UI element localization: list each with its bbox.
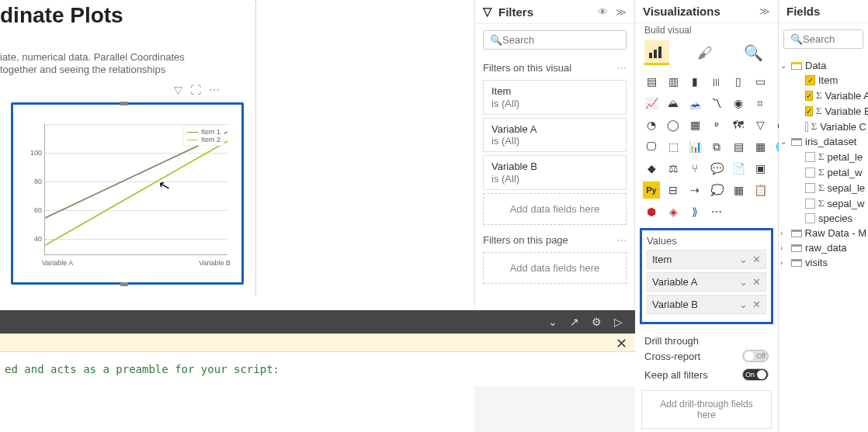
stacked-bar-icon[interactable]: ▤ <box>643 73 660 90</box>
chevron-down-icon[interactable]: ⌄ <box>739 276 748 288</box>
collapse-icon[interactable]: ≫ <box>616 6 627 18</box>
selection-handle[interactable] <box>120 282 128 286</box>
report-icon[interactable]: 📋 <box>752 181 769 199</box>
decomposition-icon[interactable]: ⑂ <box>686 160 703 177</box>
table-iris[interactable]: ⌄iris_dataset <box>780 134 866 149</box>
more-icon[interactable]: ⋯ <box>616 234 627 246</box>
get-more-visuals-icon[interactable]: ⋯ <box>708 203 725 220</box>
filter-card-var-a[interactable]: Variable Ais (All) <box>483 118 627 153</box>
chevron-down-icon[interactable]: ⌄ <box>739 299 748 310</box>
stacked-bar-100-icon[interactable]: ▭ <box>752 73 769 90</box>
custom-visual-3-icon[interactable]: ⟫ <box>686 203 703 220</box>
remove-icon[interactable]: ✕ <box>752 299 761 310</box>
matrix-icon[interactable]: ▦ <box>752 138 769 155</box>
field-sepal-w[interactable]: Σsepal_w <box>780 195 866 211</box>
kpi-icon[interactable]: 📊 <box>686 138 703 155</box>
remove-icon[interactable]: ✕ <box>752 276 761 288</box>
table-icon[interactable]: ▤ <box>730 138 747 155</box>
popout-icon[interactable]: ↗ <box>570 316 579 328</box>
well-var-a[interactable]: Variable A⌄✕ <box>647 272 766 292</box>
table-visits[interactable]: ›visits <box>780 255 866 270</box>
checkbox-icon[interactable]: ✓ <box>805 91 813 101</box>
fields-search-input[interactable] <box>803 33 868 45</box>
field-species[interactable]: species <box>780 211 866 226</box>
checkbox-icon[interactable]: ✓ <box>805 106 813 116</box>
field-item[interactable]: ✓Item <box>780 73 866 88</box>
run-icon[interactable]: ▷ <box>614 316 623 328</box>
checkbox-icon[interactable] <box>805 152 815 162</box>
selection-handle[interactable] <box>120 102 128 105</box>
eye-icon[interactable]: 👁 <box>598 6 608 18</box>
build-visual-tab[interactable] <box>644 40 669 65</box>
chat-icon[interactable]: 💭 <box>708 181 725 199</box>
multicard-icon[interactable]: ⬚ <box>665 138 682 155</box>
line-area-icon[interactable]: 〽 <box>708 95 725 112</box>
map-icon[interactable]: ⚬ <box>708 116 725 133</box>
table-data[interactable]: ⌄Data <box>780 58 866 73</box>
ribbon-icon[interactable]: ◉ <box>730 95 747 112</box>
format-visual-tab[interactable]: 🖌 <box>693 40 717 65</box>
keep-filters-toggle[interactable]: On <box>742 368 769 381</box>
clustered-bar-icon[interactable]: ▥ <box>665 73 682 90</box>
smart-narrative-icon[interactable]: 📄 <box>730 160 747 177</box>
add-drill-fields[interactable]: Add drill-through fields here <box>641 390 772 429</box>
filled-map-icon[interactable]: 🗺 <box>730 116 747 133</box>
custom-visual-2-icon[interactable]: ◈ <box>665 203 682 220</box>
chart-visual[interactable]: 100 80 60 40 Item 1 Item 2 Variable A Va… <box>11 102 244 285</box>
filter-icon[interactable]: ▽ <box>174 84 182 96</box>
clustered-column-icon[interactable]: ⫼ <box>708 73 725 90</box>
field-petal-le[interactable]: Σpetal_le <box>780 149 866 164</box>
collapse-icon[interactable]: ≫ <box>759 5 770 17</box>
stacked-column-icon[interactable]: ▮ <box>686 73 703 90</box>
remove-icon[interactable]: ✕ <box>752 254 761 265</box>
well-var-b[interactable]: Variable B⌄✕ <box>647 295 766 314</box>
treemap-icon[interactable]: ▦ <box>686 116 703 133</box>
table-raw-m[interactable]: ›Raw Data - M <box>780 226 866 240</box>
field-sepal-le[interactable]: Σsepal_le <box>780 180 866 195</box>
funnel-icon[interactable]: ▽ <box>752 116 769 133</box>
checkbox-icon[interactable]: ✓ <box>805 75 815 85</box>
chevron-down-icon[interactable]: ⌄ <box>739 254 748 265</box>
qa-icon[interactable]: 💬 <box>708 160 725 177</box>
python-visual-icon[interactable]: Py <box>643 181 660 199</box>
card-icon[interactable]: 🖵 <box>643 138 660 155</box>
add-page-filter[interactable]: Add data fields here <box>483 252 627 284</box>
key-driver-icon[interactable]: ⊟ <box>665 181 682 199</box>
table-raw[interactable]: ›raw_data <box>780 240 866 255</box>
powerapps-icon[interactable]: ◆ <box>643 160 660 177</box>
more-options-icon[interactable]: ⋯ <box>209 84 220 96</box>
filters-search[interactable]: 🔍 <box>483 30 627 50</box>
area-chart-icon[interactable]: ⛰ <box>665 95 682 112</box>
key-influencers-icon[interactable]: ⚖ <box>665 160 682 177</box>
focus-mode-icon[interactable]: ⛶ <box>190 84 201 96</box>
slicer-icon[interactable]: ⧉ <box>708 138 725 155</box>
well-item[interactable]: Item⌄✕ <box>647 250 766 269</box>
flow-icon[interactable]: ⇢ <box>686 181 703 199</box>
filter-card-item[interactable]: Itemis (All) <box>483 80 627 115</box>
fields-search[interactable]: 🔍 <box>783 29 863 49</box>
checkbox-icon[interactable] <box>805 199 815 209</box>
filters-search-input[interactable] <box>502 34 633 46</box>
line-chart-icon[interactable]: 📈 <box>643 95 660 112</box>
more-icon[interactable]: ⋯ <box>616 62 627 74</box>
grid-visual-icon[interactable]: ▦ <box>730 181 747 199</box>
field-var-b[interactable]: ✓ΣVariable B <box>780 103 866 119</box>
field-var-a[interactable]: ✓ΣVariable A <box>780 88 866 103</box>
close-icon[interactable]: ✕ <box>616 335 627 352</box>
pie-chart-icon[interactable]: ◔ <box>643 116 660 133</box>
waterfall-icon[interactable]: ⌗ <box>752 95 769 112</box>
checkbox-icon[interactable] <box>805 168 815 178</box>
checkbox-icon[interactable] <box>805 213 815 223</box>
cross-report-toggle[interactable]: Off <box>742 350 769 362</box>
chevron-down-icon[interactable]: ⌄ <box>548 316 557 328</box>
donut-chart-icon[interactable]: ◯ <box>665 116 682 133</box>
analytics-tab[interactable]: 🔍 <box>741 40 766 65</box>
gear-icon[interactable]: ⚙ <box>592 316 602 328</box>
stacked-column-100-icon[interactable]: ▯ <box>730 73 747 90</box>
filter-card-var-b[interactable]: Variable Bis (All) <box>483 155 627 190</box>
checkbox-icon[interactable] <box>805 183 815 193</box>
paginated-icon[interactable]: ▣ <box>752 160 769 177</box>
field-var-c[interactable]: ΣVariable C <box>780 119 866 134</box>
add-visual-filter[interactable]: Add data fields here <box>483 193 627 225</box>
custom-visual-1-icon[interactable]: ⬢ <box>643 203 660 220</box>
